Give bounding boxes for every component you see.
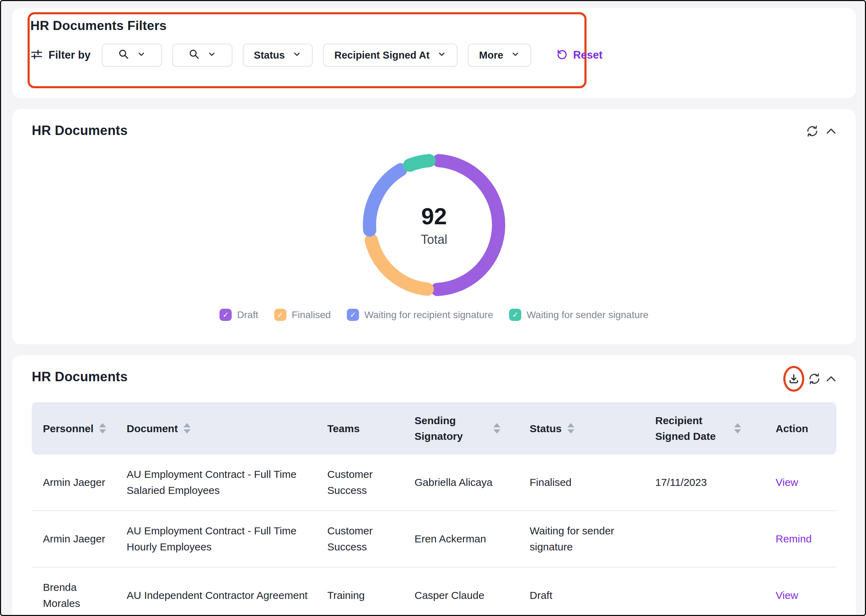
column-header-label: Sending Signatory	[415, 413, 488, 444]
cell-action: View	[764, 454, 836, 510]
checkbox-icon: ✓	[509, 309, 521, 321]
donut-segment	[437, 161, 498, 289]
legend-item-waiting-recipient[interactable]: ✓ Waiting for recipient signature	[347, 309, 493, 321]
filters-card: HR Documents Filters Filter by	[12, 8, 856, 98]
donut-chart: 92 Total	[356, 147, 512, 303]
table-card: HR Documents	[12, 355, 856, 616]
column-header-document[interactable]: Document	[115, 402, 316, 454]
filter-by: Filter by	[30, 48, 91, 62]
column-header-label: Recipient Signed Date	[655, 413, 729, 444]
column-header-label: Action	[776, 421, 808, 436]
legend-item-waiting-sender[interactable]: ✓ Waiting for sender signature	[509, 309, 648, 321]
column-header-teams: Teams	[316, 402, 403, 454]
column-header-label: Teams	[327, 421, 360, 436]
filter-dropdown-label: Status	[254, 50, 285, 61]
cell-recipient-signed-date: 17/11/2023	[644, 454, 764, 510]
cell-status: Draft	[519, 567, 644, 616]
chart-card-actions	[806, 124, 838, 138]
filter-dropdown-more[interactable]: More	[468, 44, 531, 67]
legend-label: Finalised	[292, 310, 331, 321]
column-header-personnel[interactable]: Personnel	[32, 402, 115, 454]
chevron-down-icon	[292, 50, 302, 61]
sort-arrows-icon	[99, 423, 106, 434]
chevron-down-icon	[207, 50, 216, 61]
remind-link[interactable]: Remind	[776, 531, 812, 547]
rotate-ccw-icon	[556, 49, 568, 62]
table-header-row: Personnel Document Teams Sending Signato…	[32, 402, 836, 454]
refresh-icon[interactable]	[808, 372, 821, 385]
cell-sending-signatory: Eren Ackerman	[403, 511, 519, 567]
cell-document: AU Independent Contractor Agreement	[115, 567, 316, 616]
column-header-status[interactable]: Status	[519, 402, 644, 454]
column-header-label: Document	[127, 421, 178, 436]
filters-row: Filter by	[30, 44, 603, 67]
cell-teams: Customer Success	[316, 511, 403, 567]
cell-recipient-signed-date	[644, 511, 764, 567]
cell-document: AU Employment Contract - Full Time Salar…	[115, 454, 316, 510]
chevron-down-icon	[437, 50, 446, 61]
table-body: Armin Jaeger AU Employment Contract - Fu…	[32, 454, 836, 616]
table-row: Brenda Morales AU Independent Contractor…	[32, 567, 836, 616]
donut-chart-svg	[356, 147, 512, 303]
filters-card-title: HR Documents Filters	[30, 19, 167, 33]
column-header-sending-signatory[interactable]: Sending Signatory	[403, 402, 519, 454]
view-link[interactable]: View	[776, 588, 798, 604]
column-header-recipient-signed-date[interactable]: Recipient Signed Date	[644, 402, 764, 454]
hr-documents-page: HR Documents Filters Filter by	[0, 0, 866, 616]
cell-sending-signatory: Gabriella Alicaya	[403, 454, 519, 510]
reset-label: Reset	[573, 49, 602, 61]
cell-status: Finalised	[519, 454, 644, 510]
legend-label: Waiting for recipient signature	[364, 310, 493, 321]
chevron-up-icon[interactable]	[825, 124, 838, 138]
refresh-icon[interactable]	[806, 124, 819, 138]
cell-recipient-signed-date	[644, 567, 764, 616]
search-icon	[189, 49, 200, 62]
view-link[interactable]: View	[776, 475, 798, 491]
checkbox-icon: ✓	[274, 309, 286, 321]
cell-sending-signatory: Casper Claude	[403, 567, 519, 616]
cell-status: Waiting for sender signature	[519, 511, 644, 567]
filter-by-label: Filter by	[49, 49, 91, 61]
filter-dropdown-recipient-signed-at[interactable]: Recipient Signed At	[323, 44, 457, 67]
donut-segment	[371, 240, 427, 289]
column-header-label: Personnel	[43, 421, 94, 436]
filter-dropdown-search-2[interactable]	[172, 44, 233, 67]
chart-card-title: HR Documents	[32, 123, 128, 138]
legend-label: Draft	[237, 310, 258, 321]
legend-item-finalised[interactable]: ✓ Finalised	[274, 309, 331, 321]
table-card-title: HR Documents	[32, 369, 128, 384]
checkbox-icon: ✓	[347, 309, 359, 321]
cell-personnel: Armin Jaeger	[32, 511, 115, 567]
cell-teams: Customer Success	[316, 454, 403, 510]
sliders-icon	[30, 48, 43, 62]
cell-action: Remind	[764, 511, 836, 567]
sort-arrows-icon	[494, 423, 500, 434]
cell-action: View	[764, 567, 836, 616]
chevron-down-icon	[511, 50, 520, 61]
filter-dropdown-search-1[interactable]	[102, 44, 162, 67]
table-row: Armin Jaeger AU Employment Contract - Fu…	[32, 454, 836, 511]
cell-personnel: Brenda Morales	[32, 567, 115, 616]
filter-dropdown-label: Recipient Signed At	[334, 50, 429, 61]
reset-button[interactable]: Reset	[556, 49, 602, 62]
sort-arrows-icon	[184, 423, 190, 434]
chevron-up-icon[interactable]	[825, 372, 838, 385]
checkbox-icon: ✓	[220, 309, 232, 321]
legend-item-draft[interactable]: ✓ Draft	[220, 309, 258, 321]
filter-dropdown-status[interactable]: Status	[243, 44, 313, 67]
column-header-action: Action	[764, 402, 836, 454]
cell-personnel: Armin Jaeger	[32, 454, 115, 510]
annotation-circle	[783, 366, 804, 392]
cell-teams: Training	[316, 567, 403, 616]
chart-legend: ✓ Draft ✓ Finalised ✓ Waiting for recipi…	[12, 309, 856, 321]
column-header-label: Status	[530, 421, 562, 436]
download-icon[interactable]	[787, 372, 800, 385]
table-row: Armin Jaeger AU Employment Contract - Fu…	[32, 511, 836, 567]
legend-label: Waiting for sender signature	[527, 310, 648, 321]
sort-arrows-icon	[567, 423, 574, 434]
hr-documents-table: Personnel Document Teams Sending Signato…	[32, 402, 836, 616]
sort-arrows-icon	[734, 423, 741, 434]
filter-dropdown-label: More	[479, 50, 503, 61]
chevron-down-icon	[137, 50, 146, 61]
cell-document: AU Employment Contract - Full Time Hourl…	[115, 511, 316, 567]
